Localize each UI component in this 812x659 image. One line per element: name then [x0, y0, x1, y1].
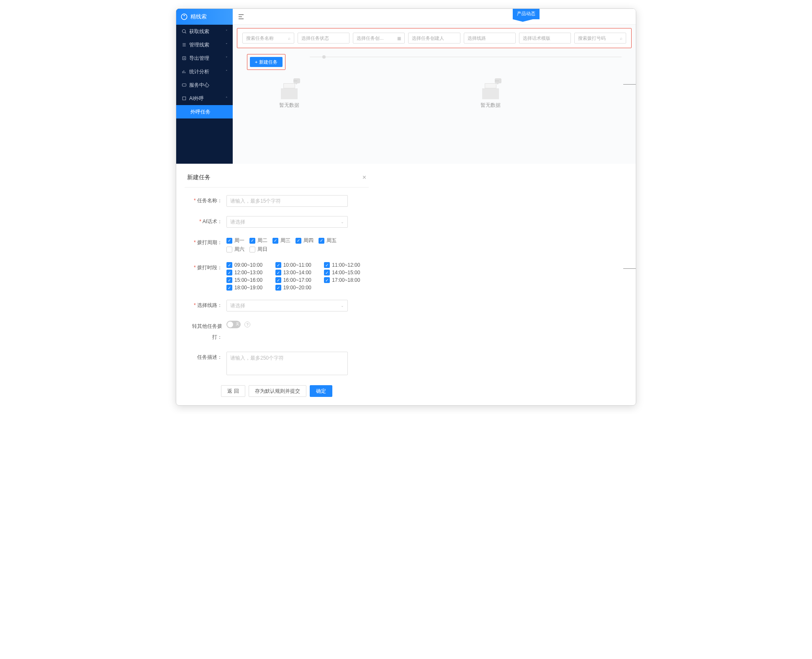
checkbox-icon: ✓	[275, 277, 281, 283]
route-select[interactable]: 请选择 ⌄	[226, 300, 348, 311]
timeslot-checkbox[interactable]: ✓19:00~20:00	[275, 285, 320, 291]
nav-label: 统计分析	[189, 68, 209, 75]
logo-text: 精线索	[190, 13, 207, 21]
transfer-toggle[interactable]: 关	[226, 321, 241, 328]
timeslot-checkbox[interactable]: ✓13:00~14:00	[275, 270, 320, 275]
filter-选择话术模版[interactable]: 选择话术模版	[519, 33, 571, 44]
ai-icon	[181, 96, 187, 101]
checkbox-icon: ✓	[226, 285, 232, 291]
sidebar-item-export[interactable]: 导出管理˅	[176, 51, 233, 65]
modal-footer: 返 回 存为默认规则并提交 确定	[185, 385, 369, 397]
timeslot-checkbox[interactable]: ✓12:00~13:00	[226, 270, 271, 275]
timeslot-checkbox[interactable]: ✓09:00~10:00	[226, 262, 271, 268]
checkbox-icon: ✓	[275, 285, 281, 291]
save-default-button[interactable]: 存为默认规则并提交	[249, 385, 306, 397]
checkbox-icon: ✓	[272, 238, 278, 244]
checkbox-icon: ✓	[226, 238, 232, 244]
sidebar-item-search[interactable]: 获取线索˅	[176, 25, 233, 38]
filter-bar: 搜索任务名称⌕选择任务状态选择任务创...▦选择任务创建人选择线路选择话术模版搜…	[237, 28, 632, 48]
content-area: 产品动态 搜索任务名称⌕选择任务状态选择任务创...▦选择任务创建人选择线路选择…	[233, 9, 636, 164]
filter-选择任务创建人[interactable]: 选择任务创建人	[408, 33, 460, 44]
filter-选择任务状态[interactable]: 选择任务状态	[298, 33, 349, 44]
empty-icon: •••	[277, 78, 302, 99]
timeslot-checkbox[interactable]: ✓15:00~16:00	[226, 277, 271, 283]
checkbox-icon: ✓	[324, 262, 330, 268]
checkbox-icon	[249, 247, 255, 252]
route-label: 选择线路：	[185, 300, 226, 311]
filter-搜索拨打号码[interactable]: 搜索拨打号码⌕	[574, 33, 626, 44]
svg-point-0	[181, 14, 187, 20]
annotation-arrow-top	[623, 84, 636, 85]
product-news-ribbon[interactable]: 产品动态	[513, 9, 540, 19]
empty-text: 暂无数据	[481, 102, 501, 109]
app-main: 精线索 获取线索˅管理线索˅导出管理˅统计分析˅服务中心AI外呼˄ 外呼任务 产…	[176, 9, 636, 164]
dial-time-checkboxes: ✓09:00~10:00✓10:00~11:00✓11:00~12:00✓12:…	[226, 262, 369, 291]
close-icon[interactable]: ×	[362, 174, 366, 181]
nav-label: 管理线索	[189, 41, 209, 49]
sidebar-item-list[interactable]: 管理线索˅	[176, 38, 233, 51]
timeslot-checkbox[interactable]: ✓16:00~17:00	[275, 277, 320, 283]
back-button[interactable]: 返 回	[221, 385, 245, 397]
ai-script-label: AI话术：	[185, 216, 226, 227]
dial-time-label: 拨打时段：	[185, 262, 226, 273]
sidebar: 精线索 获取线索˅管理线索˅导出管理˅统计分析˅服务中心AI外呼˄ 外呼任务	[176, 9, 233, 164]
sidebar-item-chart[interactable]: 统计分析˅	[176, 65, 233, 78]
empty-state-left: ••• 暂无数据	[233, 78, 346, 109]
day-checkbox-周五[interactable]: ✓周五	[319, 237, 337, 244]
task-timeline	[310, 57, 622, 57]
day-checkbox-周二[interactable]: ✓周二	[249, 237, 267, 244]
checkbox-icon	[226, 247, 232, 252]
chevron-down-icon: ⌄	[341, 304, 344, 308]
chevron-down-icon: ˅	[226, 70, 228, 74]
confirm-button[interactable]: 确定	[310, 385, 332, 397]
nav-label: AI外呼	[189, 95, 204, 102]
help-icon[interactable]: ?	[244, 322, 250, 327]
logo[interactable]: 精线索	[176, 9, 233, 25]
topbar	[233, 9, 636, 25]
task-name-label: 任务名称：	[185, 195, 226, 206]
timeslot-checkbox[interactable]: ✓18:00~19:00	[226, 285, 271, 291]
checkbox-icon: ✓	[226, 270, 232, 275]
checkbox-icon: ✓	[296, 238, 301, 244]
checkbox-icon: ✓	[319, 238, 324, 244]
timeslot-checkbox[interactable]: ✓17:00~18:00	[324, 277, 369, 283]
checkbox-icon: ✓	[249, 238, 255, 244]
plus-icon: +	[255, 59, 257, 64]
filter-选择线路[interactable]: 选择线路	[464, 33, 516, 44]
timeslot-checkbox[interactable]: ✓14:00~15:00	[324, 270, 369, 275]
chevron-down-icon: ˅	[226, 56, 228, 60]
day-checkbox-周日[interactable]: 周日	[249, 246, 267, 253]
dial-cycle-label: 拨打周期：	[185, 237, 226, 248]
sidebar-collapse-icon[interactable]	[238, 13, 244, 20]
sidebar-subitem-outbound-task[interactable]: 外呼任务	[176, 105, 233, 118]
checkbox-icon: ✓	[275, 262, 281, 268]
sidebar-item-ai[interactable]: AI外呼˄	[176, 92, 233, 105]
filter-搜索任务名称[interactable]: 搜索任务名称⌕	[242, 33, 294, 44]
day-checkbox-周四[interactable]: ✓周四	[296, 237, 313, 244]
desc-textarea[interactable]: 请输入，最多250个字符	[226, 352, 348, 375]
task-name-input[interactable]: 请输入，最多15个字符	[226, 195, 348, 207]
chevron-up-icon: ˄	[226, 96, 228, 100]
export-icon	[181, 56, 187, 61]
sidebar-subitem-label: 外呼任务	[190, 108, 211, 116]
chart-icon	[181, 69, 187, 75]
new-task-button[interactable]: + 新建任务	[250, 57, 283, 67]
timeslot-checkbox[interactable]: ✓10:00~11:00	[275, 262, 320, 268]
service-icon	[181, 82, 187, 88]
svg-point-2	[182, 30, 185, 33]
filter-选择任务创...[interactable]: 选择任务创...▦	[353, 33, 405, 44]
checkbox-icon: ✓	[226, 277, 232, 283]
day-checkbox-周三[interactable]: ✓周三	[272, 237, 290, 244]
day-checkbox-周一[interactable]: ✓周一	[226, 237, 244, 244]
sidebar-item-service[interactable]: 服务中心	[176, 78, 233, 92]
nav-label: 获取线索	[189, 28, 209, 35]
nav-label: 导出管理	[189, 55, 209, 62]
day-checkbox-周六[interactable]: 周六	[226, 246, 244, 253]
chevron-down-icon: ˅	[226, 43, 228, 47]
nav-label: 服务中心	[189, 82, 209, 89]
timeslot-checkbox[interactable]: ✓11:00~12:00	[324, 262, 369, 268]
modal-title: 新建任务	[187, 174, 211, 181]
checkbox-icon: ✓	[275, 270, 281, 275]
ai-script-select[interactable]: 请选择 ⌄	[226, 216, 348, 228]
svg-rect-3	[182, 84, 186, 86]
